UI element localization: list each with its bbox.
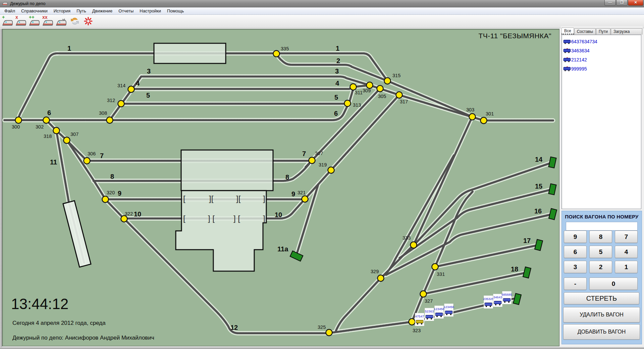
buffer-stop bbox=[549, 157, 556, 168]
clock: 13:44:12 bbox=[11, 296, 68, 312]
service-train-button[interactable] bbox=[55, 15, 68, 27]
track-diagram-svg[interactable]: [][][][] [] [] 3003023183073063083123143… bbox=[2, 29, 560, 347]
add-wagon-button[interactable]: ДОБАВИТЬ ВАГОН bbox=[563, 324, 640, 340]
minimize-button[interactable]: — bbox=[604, 0, 616, 6]
tab-все[interactable]: Все bbox=[561, 28, 574, 35]
switch-322[interactable] bbox=[121, 216, 127, 222]
track-label-14: 14 bbox=[535, 156, 543, 163]
switch-306[interactable] bbox=[84, 158, 90, 164]
switch-333[interactable] bbox=[411, 242, 417, 248]
switch-303[interactable] bbox=[469, 114, 476, 120]
key-3[interactable]: 3 bbox=[564, 261, 587, 273]
pit-mark: ] [ bbox=[208, 214, 215, 223]
switch-309[interactable] bbox=[367, 82, 373, 89]
menu-item-настройки[interactable]: Настройки bbox=[137, 8, 164, 14]
tab-загрузка-путей[interactable]: Загрузка путей bbox=[611, 28, 642, 35]
track-wagon-123456[interactable]: 123456 bbox=[443, 304, 454, 316]
track-wagon-47547[interactable]: 47547 bbox=[415, 313, 424, 326]
switch-327[interactable] bbox=[420, 291, 427, 297]
wagon-list-item[interactable]: 999995 bbox=[563, 64, 640, 73]
switch-label-333: 333 bbox=[402, 235, 411, 241]
key-4[interactable]: 4 bbox=[615, 246, 638, 258]
switch-317[interactable] bbox=[396, 92, 402, 98]
svg-text:685685: 685685 bbox=[501, 293, 512, 296]
switch-301[interactable] bbox=[481, 117, 487, 124]
delete-wagon-button[interactable]: УДАЛИТЬ ВАГОН bbox=[563, 307, 640, 322]
switch-320[interactable] bbox=[102, 196, 109, 203]
switch-323[interactable] bbox=[409, 319, 415, 325]
track-segment bbox=[435, 245, 539, 267]
menu-item-путь[interactable]: Путь bbox=[73, 8, 89, 14]
switch-308[interactable] bbox=[107, 117, 113, 123]
wagon-list[interactable]: 6437634734 3463634 212142 999995 bbox=[561, 35, 641, 209]
key-6[interactable]: 6 bbox=[564, 246, 587, 258]
switch-314[interactable] bbox=[128, 86, 135, 93]
menu-item-файл[interactable]: Файл bbox=[1, 8, 18, 14]
key--[interactable]: - bbox=[564, 278, 587, 290]
track-wagon-685685[interactable]: 685685 bbox=[501, 291, 512, 304]
switch-312[interactable] bbox=[118, 101, 124, 107]
date-line: Сегодня 4 апреля 2012 года, среда bbox=[12, 320, 106, 327]
key-1[interactable]: 1 bbox=[615, 261, 638, 273]
wagon-search-panel: ПОИСК ВАГОНА ПО НОМЕРУ 987654321-0 СТЕРЕ… bbox=[561, 211, 642, 344]
maximize-button[interactable]: ❐ bbox=[616, 0, 628, 6]
tab-составы[interactable]: Составы bbox=[574, 28, 596, 35]
key-9[interactable]: 9 bbox=[564, 231, 587, 243]
wagon-number-input[interactable] bbox=[566, 222, 638, 231]
remove-train-button[interactable]: x bbox=[15, 15, 28, 27]
switch-302[interactable] bbox=[43, 117, 50, 123]
wagon-list-item[interactable]: 3463634 bbox=[563, 46, 640, 55]
track-wagon-123456[interactable]: 123456 bbox=[434, 306, 444, 318]
track-wagon-235325[interactable]: 235325 bbox=[483, 296, 494, 308]
track-wagon-52363[interactable]: 52363 bbox=[425, 308, 434, 321]
switch-313[interactable] bbox=[344, 100, 351, 107]
close-button[interactable]: ✕ bbox=[628, 0, 643, 6]
switch-319[interactable] bbox=[328, 167, 334, 173]
remove-trains-button[interactable]: xx bbox=[42, 15, 54, 27]
key-0[interactable]: 0 bbox=[589, 278, 638, 290]
menu-item-справочники[interactable]: Справочники bbox=[18, 8, 51, 14]
switch-307-left[interactable] bbox=[64, 137, 70, 144]
buffer-stop bbox=[513, 293, 521, 304]
switch-321[interactable] bbox=[302, 196, 308, 202]
track-label-4: 4 bbox=[335, 80, 339, 87]
track-label-7: 7 bbox=[100, 152, 104, 159]
add-train-button[interactable]: + bbox=[1, 15, 14, 27]
switch-329[interactable] bbox=[378, 275, 384, 282]
switch-label-305: 305 bbox=[378, 94, 386, 99]
switch-label-302: 302 bbox=[36, 124, 44, 130]
switch-305[interactable] bbox=[377, 86, 383, 92]
key-8[interactable]: 8 bbox=[589, 231, 612, 243]
menu-item-помощь[interactable]: Помощь bbox=[164, 8, 187, 14]
track-label-7: 7 bbox=[302, 150, 306, 157]
track-segment bbox=[18, 53, 57, 120]
track-wagon-34643[interactable]: 34643 bbox=[493, 294, 502, 307]
switch-label-320: 320 bbox=[107, 190, 115, 195]
wagon-list-item[interactable]: 212142 bbox=[563, 55, 640, 64]
key-2[interactable]: 2 bbox=[589, 261, 612, 273]
wagon-list-item[interactable]: 6437634734 bbox=[563, 37, 640, 46]
switch-label-308: 308 bbox=[99, 110, 107, 116]
switch-307-right[interactable] bbox=[309, 157, 315, 164]
key-7[interactable]: 7 bbox=[615, 231, 638, 243]
tab-пути[interactable]: Пути bbox=[596, 28, 610, 35]
switch-label-311: 311 bbox=[355, 90, 363, 95]
switch-300[interactable] bbox=[15, 117, 22, 123]
track-segment bbox=[4, 105, 348, 120]
menu-item-отчеты[interactable]: Отчеты bbox=[115, 8, 137, 14]
menu-item-история[interactable]: История bbox=[51, 8, 73, 14]
refresh-button[interactable] bbox=[68, 15, 81, 27]
switch-325[interactable] bbox=[326, 330, 332, 336]
clear-button[interactable]: СТЕРЕТЬ bbox=[564, 292, 639, 304]
switch-318[interactable] bbox=[53, 128, 60, 134]
switch-315[interactable] bbox=[384, 78, 391, 84]
track-label-12: 12 bbox=[230, 324, 238, 331]
busy-indicator[interactable] bbox=[82, 15, 95, 27]
key-5[interactable]: 5 bbox=[589, 246, 612, 258]
switch-label-331: 331 bbox=[437, 271, 445, 277]
switch-331[interactable] bbox=[432, 264, 438, 270]
menu-item-движение[interactable]: Движение bbox=[89, 8, 116, 14]
add-trains-button[interactable]: ++ bbox=[28, 15, 41, 27]
switch-335[interactable] bbox=[273, 51, 280, 57]
switch-311[interactable] bbox=[350, 84, 357, 90]
